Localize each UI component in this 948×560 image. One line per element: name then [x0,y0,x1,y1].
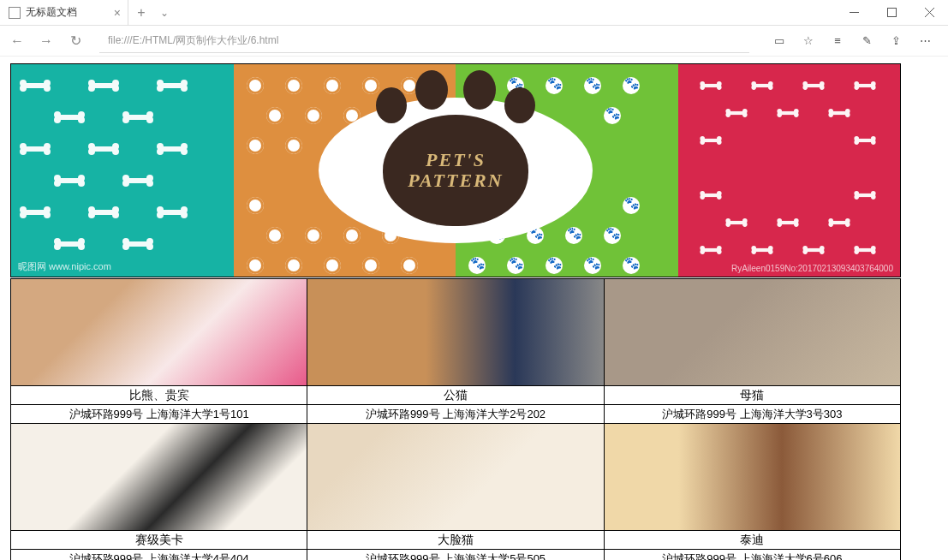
pet-name: 大脸猫 [307,531,604,550]
pet-name: 母猫 [604,386,900,405]
favorite-icon[interactable]: ☆ [796,28,821,54]
pet-grid: 比熊、贵宾 公猫 母猫 沪城环路999号 上海海洋大学1号101 沪城环路999… [10,278,901,560]
titlebar: 无标题文档 × + ⌄ [0,0,948,26]
back-button[interactable]: ← [5,29,29,53]
browser-tab[interactable]: 无标题文档 × [0,0,128,26]
page-content: PET'S PATTERN 昵图网 www.nipic.com RyAileen… [0,57,948,560]
pet-address: 沪城环路999号 上海海洋大学5号505 [307,550,604,561]
maximize-button[interactable] [873,0,910,26]
pet-image [604,424,900,531]
minimize-button[interactable] [835,0,873,26]
pet-image [11,279,307,386]
notes-icon[interactable]: ✎ [854,28,879,54]
banner-image: PET'S PATTERN 昵图网 www.nipic.com RyAileen… [10,63,901,277]
banner-text-line2: PATTERN [408,170,503,191]
pet-image [604,279,900,386]
pet-name: 赛级美卡 [11,531,307,550]
pet-image [11,424,307,531]
hub-icon[interactable]: ≡ [825,28,850,54]
banner-watermark-left: 昵图网 www.nipic.com [18,260,111,273]
pet-name: 泰迪 [604,531,900,550]
page-icon [9,7,21,19]
close-window-button[interactable] [910,0,948,26]
share-icon[interactable]: ⇪ [883,28,909,54]
pet-name: 公猫 [307,386,604,405]
pet-address: 沪城环路999号 上海海洋大学6号606 [604,550,900,561]
banner-text-line1: PET'S [426,150,486,170]
pet-image [307,279,604,386]
forward-button[interactable]: → [34,29,58,53]
pet-address: 沪城环路999号 上海海洋大学4号404 [11,550,307,561]
close-tab-icon[interactable]: × [114,6,121,20]
refresh-button[interactable]: ↻ [63,29,87,53]
banner-watermark-right: RyAileen0159No:20170213093403764000 [731,264,893,273]
address-bar[interactable]: file:///E:/HTML/网页制作大作业/6.html [99,29,749,53]
pet-address: 沪城环路999号 上海海洋大学1号101 [11,405,307,424]
pet-address: 沪城环路999号 上海海洋大学2号202 [307,405,604,424]
reading-view-icon[interactable]: ▭ [766,28,792,54]
svg-rect-1 [887,9,896,17]
pet-address: 沪城环路999号 上海海洋大学3号303 [604,405,900,424]
toolbar: ← → ↻ file:///E:/HTML/网页制作大作业/6.html ▭ ☆… [0,26,948,57]
tab-title: 无标题文档 [26,5,109,20]
new-tab-button[interactable]: + [128,5,154,21]
tabs-chevron-icon[interactable]: ⌄ [154,7,175,19]
pet-image [307,424,604,531]
pet-name: 比熊、贵宾 [11,386,307,405]
more-icon[interactable]: ⋯ [912,28,938,54]
